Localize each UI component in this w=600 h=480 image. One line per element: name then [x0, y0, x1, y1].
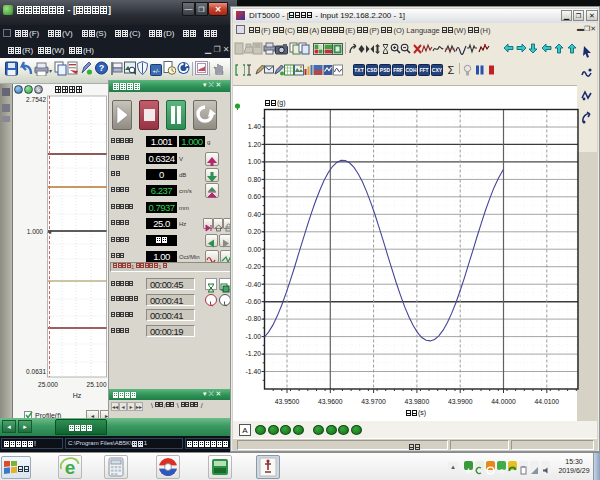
svg-text:44.0000: 44.0000 — [491, 398, 516, 405]
svg-text:43.9700: 43.9700 — [361, 398, 386, 405]
svg-text:-0.80: -0.80 — [246, 315, 262, 322]
svg-text:-1.40: -1.40 — [246, 368, 262, 375]
svg-text:1.00: 1.00 — [248, 158, 261, 165]
svg-text:-0.40: -0.40 — [246, 281, 262, 288]
svg-text:43.9800: 43.9800 — [405, 398, 430, 405]
svg-text:1.20: 1.20 — [248, 141, 261, 148]
svg-text:43.9900: 43.9900 — [448, 398, 473, 405]
svg-text:0.20: 0.20 — [248, 228, 261, 235]
svg-text:-1.00: -1.00 — [246, 333, 262, 340]
svg-text:1.40: 1.40 — [248, 123, 261, 130]
svg-text:43.9500: 43.9500 — [275, 398, 300, 405]
svg-text:44.0100: 44.0100 — [535, 398, 560, 405]
svg-text:0.80: 0.80 — [248, 176, 261, 183]
svg-text:0.00: 0.00 — [248, 246, 261, 253]
svg-text:-1.20: -1.20 — [246, 350, 262, 357]
svg-text:0.40: 0.40 — [248, 211, 261, 218]
svg-text:e: e — [500, 467, 504, 474]
svg-text:43.9600: 43.9600 — [318, 398, 343, 405]
svg-text:0.60: 0.60 — [248, 193, 261, 200]
svg-text:-0.20: -0.20 — [246, 263, 262, 270]
svg-text:-0.60: -0.60 — [246, 298, 262, 305]
